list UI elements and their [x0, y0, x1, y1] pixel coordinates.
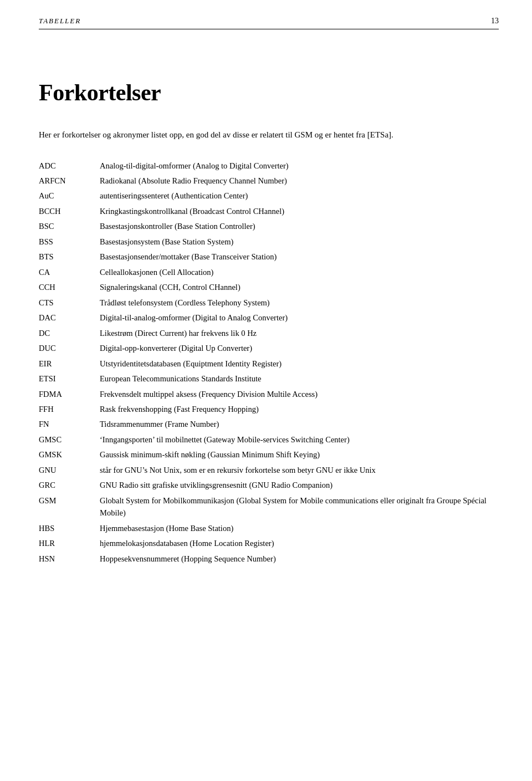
abbr-description: Hjemmebasestasjon (Home Base Station)	[100, 520, 499, 535]
abbr-code: DC	[39, 325, 100, 340]
page-container: TABELLER 13 Forkortelser Her er forkorte…	[0, 0, 532, 781]
abbr-code: ADC	[39, 158, 100, 173]
abbr-description: Utstyridentitetsdatabasen (Equiptment Id…	[100, 356, 499, 371]
abbr-code: HSN	[39, 551, 100, 566]
abbreviation-row: GMSC‘Inngangsporten’ til mobilnettet (Ga…	[39, 432, 499, 447]
abbr-description: Kringkastingskontrollkanal (Broadcast Co…	[100, 203, 499, 218]
abbr-code: GNU	[39, 462, 100, 477]
abbreviation-row: DCLikestrøm (Direct Current) har frekven…	[39, 325, 499, 340]
abbreviation-row: HSNHoppesekvensnummeret (Hopping Sequenc…	[39, 551, 499, 566]
abbr-code: EIR	[39, 356, 100, 371]
abbreviation-row: BSCBasestasjonskontroller (Base Station …	[39, 219, 499, 234]
abbr-code: GMSC	[39, 432, 100, 447]
abbr-code: CTS	[39, 295, 100, 310]
abbr-code: AuC	[39, 188, 100, 203]
abbreviation-row: DUCDigital-opp-konverterer (Digital Up C…	[39, 341, 499, 356]
abbreviation-row: AuCautentiseringssenteret (Authenticatio…	[39, 188, 499, 203]
abbr-description: Likestrøm (Direct Current) har frekvens …	[100, 325, 499, 340]
abbreviation-row: FDMAFrekvensdelt multippel aksess (Frequ…	[39, 386, 499, 401]
abbr-description: Rask frekvenshopping (Fast Frequency Hop…	[100, 402, 499, 417]
abbreviation-row: CACelleallokasjonen (Cell Allocation)	[39, 264, 499, 279]
abbreviation-row: BCCHKringkastingskontrollkanal (Broadcas…	[39, 203, 499, 218]
abbr-description: ‘Inngangsporten’ til mobilnettet (Gatewa…	[100, 432, 499, 447]
abbr-description: Tidsrammenummer (Frame Number)	[100, 417, 499, 432]
abbr-description: Analog-til-digital-omformer (Analog to D…	[100, 158, 499, 173]
abbreviation-row: GMSKGaussisk minimum-skift nøkling (Gaus…	[39, 447, 499, 462]
abbreviation-row: ADCAnalog-til-digital-omformer (Analog t…	[39, 158, 499, 173]
abbr-code: GRC	[39, 478, 100, 493]
abbreviation-row: BTSBasestasjonsender/mottaker (Base Tran…	[39, 249, 499, 264]
abbr-code: GMSK	[39, 447, 100, 462]
abbreviation-row: BSSBasestasjonsystem (Base Station Syste…	[39, 234, 499, 249]
abbr-code: GSM	[39, 493, 100, 520]
abbr-description: Globalt System for Mobilkommunikasjon (G…	[100, 493, 499, 520]
abbr-description: står for GNU’s Not Unix, som er en rekur…	[100, 462, 499, 477]
abbreviation-row: CTSTrådløst telefonsystem (Cordless Tele…	[39, 295, 499, 310]
page-header: TABELLER 13	[39, 17, 499, 29]
abbreviation-row: ARFCNRadiokanal (Absolute Radio Frequenc…	[39, 173, 499, 188]
abbr-code: BSS	[39, 234, 100, 249]
abbr-description: autentiseringssenteret (Authentication C…	[100, 188, 499, 203]
abbr-code: FFH	[39, 402, 100, 417]
abbreviation-row: GRCGNU Radio sitt grafiske utviklingsgre…	[39, 478, 499, 493]
abbr-description: European Telecommunications Standards In…	[100, 371, 499, 386]
abbreviation-row: GSMGlobalt System for Mobilkommunikasjon…	[39, 493, 499, 520]
abbr-code: BCCH	[39, 203, 100, 218]
abbr-code: FDMA	[39, 386, 100, 401]
abbr-code: FN	[39, 417, 100, 432]
abbr-code: ETSI	[39, 371, 100, 386]
abbr-description: Digital-opp-konverterer (Digital Up Conv…	[100, 341, 499, 356]
abbr-description: Radiokanal (Absolute Radio Frequency Cha…	[100, 173, 499, 188]
abbreviation-row: CCHSignaleringskanal (CCH, Control CHann…	[39, 280, 499, 295]
abbr-description: Basestasjonsender/mottaker (Base Transce…	[100, 249, 499, 264]
abbreviation-row: DACDigital-til-analog-omformer (Digital …	[39, 310, 499, 325]
intro-text: Her er forkortelser og akronymer listet …	[39, 128, 499, 141]
abbr-code: HLR	[39, 536, 100, 551]
abbr-code: ARFCN	[39, 173, 100, 188]
abbr-code: BTS	[39, 249, 100, 264]
abbr-description: Gaussisk minimum-skift nøkling (Gaussian…	[100, 447, 499, 462]
abbr-description: GNU Radio sitt grafiske utviklingsgrense…	[100, 478, 499, 493]
abbr-description: Basestasjonsystem (Base Station System)	[100, 234, 499, 249]
abbreviation-row: GNUstår for GNU’s Not Unix, som er en re…	[39, 462, 499, 477]
abbreviation-row: FNTidsrammenummer (Frame Number)	[39, 417, 499, 432]
abbr-code: DUC	[39, 341, 100, 356]
abbr-description: Trådløst telefonsystem (Cordless Telepho…	[100, 295, 499, 310]
chapter-title: Forkortelser	[39, 79, 499, 106]
abbr-description: Hoppesekvensnummeret (Hopping Sequence N…	[100, 551, 499, 566]
abbr-description: Digital-til-analog-omformer (Digital to …	[100, 310, 499, 325]
abbreviation-table: ADCAnalog-til-digital-omformer (Analog t…	[39, 158, 499, 566]
header-title: TABELLER	[39, 17, 81, 25]
abbr-description: Frekvensdelt multippel aksess (Frequency…	[100, 386, 499, 401]
abbreviation-row: EIRUtstyridentitetsdatabasen (Equiptment…	[39, 356, 499, 371]
abbr-code: DAC	[39, 310, 100, 325]
abbreviation-row: HBSHjemmebasestasjon (Home Base Station)	[39, 520, 499, 535]
abbr-description: hjemmelokasjonsdatabasen (Home Location …	[100, 536, 499, 551]
abbr-code: CA	[39, 264, 100, 279]
abbreviation-row: ETSIEuropean Telecommunications Standard…	[39, 371, 499, 386]
abbr-code: CCH	[39, 280, 100, 295]
abbr-description: Signaleringskanal (CCH, Control CHannel)	[100, 280, 499, 295]
abbr-description: Celleallokasjonen (Cell Allocation)	[100, 264, 499, 279]
abbr-code: HBS	[39, 520, 100, 535]
abbreviation-row: FFHRask frekvenshopping (Fast Frequency …	[39, 402, 499, 417]
abbreviation-row: HLRhjemmelokasjonsdatabasen (Home Locati…	[39, 536, 499, 551]
abbr-description: Basestasjonskontroller (Base Station Con…	[100, 219, 499, 234]
abbr-code: BSC	[39, 219, 100, 234]
header-page-number: 13	[491, 17, 499, 25]
